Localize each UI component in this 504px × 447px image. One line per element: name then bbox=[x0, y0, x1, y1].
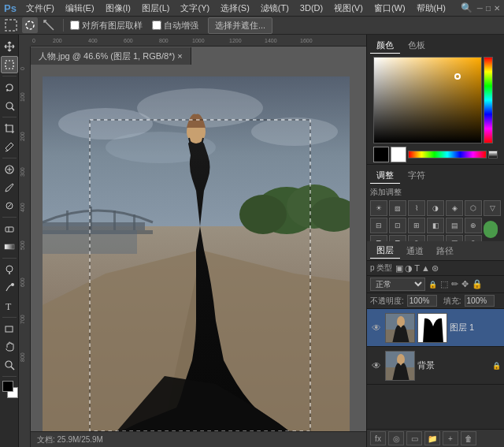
layer-shape-icon[interactable]: ▲ bbox=[421, 263, 430, 274]
adj-hue[interactable]: ⬡ bbox=[465, 200, 482, 216]
adj-gradient-map[interactable]: ▤ bbox=[446, 218, 463, 233]
adj-channel[interactable]: ⊟ bbox=[370, 218, 387, 233]
window-minimize[interactable]: ─ bbox=[477, 4, 483, 13]
text-tool[interactable]: T bbox=[1, 297, 18, 315]
tool-icon-2[interactable] bbox=[22, 17, 38, 33]
gradient-tool[interactable] bbox=[1, 238, 18, 255]
eraser-tool[interactable] bbox=[1, 220, 18, 237]
tab-layers[interactable]: 图层 bbox=[370, 243, 400, 259]
select-and-mask-button[interactable]: 选择并遮住... bbox=[208, 17, 272, 34]
hand-tool[interactable] bbox=[1, 338, 18, 356]
svg-text:1600: 1600 bbox=[300, 38, 313, 43]
window-maximize[interactable]: □ bbox=[486, 4, 491, 13]
adj-curves[interactable]: ⌇ bbox=[408, 200, 425, 216]
menu-select[interactable]: 选择(S) bbox=[216, 1, 254, 16]
document-tab[interactable]: 人物.jpg @ 46.6% (图层 1, RGB/8*) × bbox=[31, 47, 191, 65]
ruler-top: 0 200 400 600 800 1000 1200 1400 1600 bbox=[31, 35, 366, 47]
bg-color-swatch[interactable] bbox=[391, 147, 406, 162]
selection-tool[interactable] bbox=[1, 56, 18, 73]
menu-file[interactable]: 文件(F) bbox=[21, 1, 59, 16]
move-tool[interactable] bbox=[1, 38, 18, 55]
layer-item-1[interactable]: 👁 图 bbox=[367, 309, 504, 347]
layer-item-bg[interactable]: 👁 背景 🔒 bbox=[367, 347, 504, 385]
lock-move-icon[interactable]: ✥ bbox=[461, 279, 469, 289]
sample-all-layers-input[interactable] bbox=[70, 20, 80, 30]
layer-pixel-icon[interactable]: ▣ bbox=[395, 263, 403, 274]
main-area: T 0 200 400 600 800 bbox=[0, 35, 504, 447]
lock-all-icon[interactable]: 🔒 bbox=[472, 279, 483, 289]
healing-brush-tool[interactable] bbox=[1, 161, 18, 178]
lock-transparent-icon[interactable]: ⬚ bbox=[440, 279, 448, 289]
layer-group-button[interactable]: 📁 bbox=[424, 431, 440, 445]
zoom-tool[interactable] bbox=[1, 356, 18, 374]
menu-image[interactable]: 图像(I) bbox=[101, 1, 135, 16]
svg-text:500: 500 bbox=[20, 240, 25, 250]
layer-delete-button[interactable]: 🗑 bbox=[461, 431, 476, 445]
blend-mode-select[interactable]: 正常 bbox=[370, 278, 425, 291]
magic-wand-tool[interactable] bbox=[1, 97, 18, 114]
layer-1-eye[interactable]: 👁 bbox=[370, 322, 383, 334]
menu-filter[interactable]: 滤镜(T) bbox=[256, 1, 294, 16]
adj-color-balance[interactable]: ⊞ bbox=[408, 218, 425, 233]
tool-icon-3[interactable] bbox=[41, 17, 57, 33]
clone-stamp-tool[interactable] bbox=[1, 197, 18, 214]
dodge-tool[interactable] bbox=[1, 261, 18, 278]
adj-levels[interactable]: ▨ bbox=[389, 200, 406, 216]
pen-tool[interactable] bbox=[1, 279, 18, 296]
menu-3d[interactable]: 3D(D) bbox=[295, 2, 328, 14]
svg-text:700: 700 bbox=[20, 315, 25, 324]
tool-icon-1[interactable] bbox=[3, 17, 19, 33]
tab-adjustments[interactable]: 调整 bbox=[370, 168, 400, 184]
menu-text[interactable]: 文字(Y) bbox=[176, 1, 214, 16]
adj-selective-color[interactable]: ⊕ bbox=[465, 218, 482, 233]
color-hue-strip[interactable] bbox=[484, 57, 493, 143]
app-icon: Ps bbox=[4, 2, 17, 14]
layer-bg-eye[interactable]: 👁 bbox=[370, 359, 383, 372]
lasso-tool[interactable] bbox=[1, 79, 18, 96]
layer-adjustment-button[interactable]: ▭ bbox=[406, 431, 422, 445]
opacity-input[interactable] bbox=[407, 295, 437, 307]
tab-color[interactable]: 颜色 bbox=[370, 38, 400, 54]
layer-adjust-icon[interactable]: ◑ bbox=[405, 263, 413, 274]
tab-paths[interactable]: 路径 bbox=[430, 244, 460, 259]
adj-brightness[interactable]: ☀ bbox=[370, 200, 387, 216]
tab-character[interactable]: 字符 bbox=[402, 168, 432, 184]
shape-tool[interactable] bbox=[1, 320, 18, 337]
fg-color-swatch[interactable] bbox=[373, 147, 389, 162]
eyedropper-tool[interactable] bbox=[1, 138, 18, 155]
adj-vibrance[interactable]: ◈ bbox=[446, 200, 463, 216]
photo-container bbox=[43, 76, 350, 431]
fill-label: 填充: bbox=[443, 296, 461, 307]
opacity-label: 不透明度: bbox=[370, 296, 404, 307]
lock-paint-icon[interactable]: ✏ bbox=[451, 279, 458, 289]
tab-channels[interactable]: 通道 bbox=[400, 244, 430, 259]
color-picker-gradient[interactable] bbox=[373, 57, 482, 143]
layer-mask-button[interactable]: ◎ bbox=[388, 431, 404, 445]
adj-triangle[interactable]: ▽ bbox=[484, 200, 501, 216]
layer-fx-button[interactable]: fx bbox=[370, 431, 386, 445]
adj-photo-filter[interactable]: ⊡ bbox=[389, 218, 406, 233]
window-close[interactable]: ✕ bbox=[494, 4, 500, 13]
adj-exposure[interactable]: ◑ bbox=[427, 200, 444, 216]
tab-swatches[interactable]: 色板 bbox=[402, 38, 432, 54]
crop-tool[interactable] bbox=[1, 120, 18, 137]
svg-line-19 bbox=[11, 367, 14, 370]
auto-enhance-checkbox[interactable]: 自动增强 bbox=[152, 20, 198, 32]
layer-new-button[interactable]: + bbox=[443, 431, 458, 445]
search-icon[interactable]: 🔍 bbox=[461, 2, 472, 13]
layer-text-icon[interactable]: T bbox=[414, 263, 420, 274]
sample-all-layers-checkbox[interactable]: 对所有图层取样 bbox=[70, 20, 143, 32]
auto-enhance-input[interactable] bbox=[152, 20, 161, 30]
layer-type-icons: ▣ ◑ T ▲ ⊛ bbox=[395, 263, 439, 274]
layer-smart-icon[interactable]: ⊛ bbox=[432, 263, 439, 274]
adj-black-white[interactable]: ◧ bbox=[427, 218, 444, 233]
menu-help[interactable]: 帮助(H) bbox=[412, 1, 450, 16]
adj-panel-tabs: 调整 字符 bbox=[370, 168, 501, 184]
fill-input[interactable] bbox=[465, 295, 495, 307]
menu-edit[interactable]: 编辑(E) bbox=[61, 1, 99, 16]
menu-layer[interactable]: 图层(L) bbox=[137, 1, 174, 16]
menu-window[interactable]: 窗口(W) bbox=[369, 1, 410, 16]
menu-view[interactable]: 视图(V) bbox=[329, 1, 368, 16]
brush-tool[interactable] bbox=[1, 179, 18, 196]
foreground-background-colors[interactable] bbox=[1, 379, 18, 403]
